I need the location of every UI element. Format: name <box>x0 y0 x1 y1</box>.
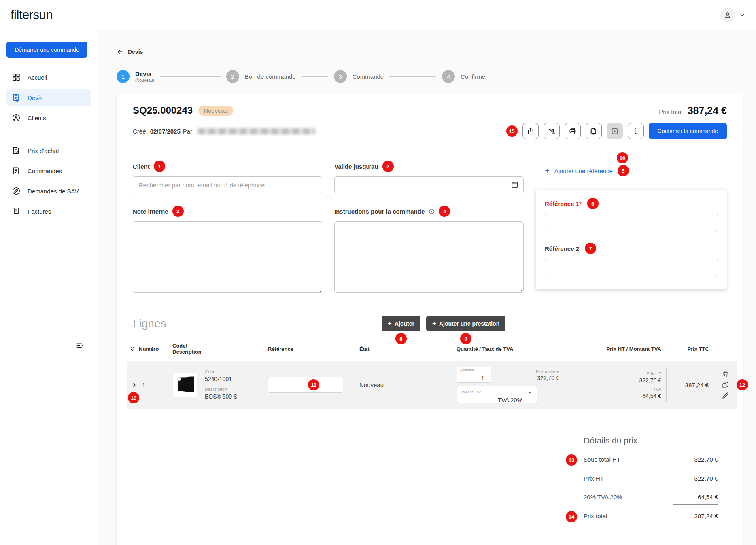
send-email-button[interactable] <box>544 123 560 139</box>
col-prix-ttc: Prix TTC <box>666 346 713 352</box>
annotation-badge-3: 3 <box>172 206 184 217</box>
col-qty-tva: Quantité / Taux de TVA <box>457 346 565 352</box>
info-icon <box>429 208 435 214</box>
sidebar-item-accueil[interactable]: Accueil <box>6 68 91 86</box>
sidebar-item-label: Factures <box>28 208 51 215</box>
trash-icon <box>722 371 729 378</box>
description-label: Description <box>205 387 237 392</box>
step-number: 1 <box>117 70 130 83</box>
vat-rate-label: Taux de TVA <box>461 390 482 394</box>
main-content: Devis 1 Devis (Nouveau) 2 Bon de command… <box>98 30 756 545</box>
purchase-price-icon <box>11 146 21 155</box>
confirm-order-button[interactable]: Confirmer la commande <box>649 123 727 139</box>
created-line: Créé: 02/07/2025 Par: <box>133 128 315 135</box>
grid-icon <box>11 72 21 82</box>
sidebar-item-sav[interactable]: Demandes de SAV <box>6 182 91 200</box>
sidebar-item-prix-achat[interactable]: Prix d'achat <box>6 142 91 159</box>
sidebar-item-clients[interactable]: Clients <box>6 109 91 127</box>
back-arrow-icon <box>117 48 124 55</box>
vat-amount-value: 64,54 € <box>565 393 661 399</box>
price-row-label: Prix total <box>584 513 607 520</box>
step-connector <box>160 76 221 77</box>
client-label: Client <box>133 163 150 170</box>
quote-euro-icon <box>11 93 21 102</box>
sidebar-item-label: Demandes de SAV <box>28 188 79 195</box>
price-ht-label: Prix HT <box>565 371 661 377</box>
sidebar-collapse-icon[interactable] <box>76 341 85 350</box>
line-row: 1 10 Code <box>127 361 737 409</box>
annotation-badge-6: 6 <box>587 198 599 209</box>
step-label: Bon de commande <box>245 73 296 80</box>
quote-card: SQ25.000243 Nouveau Prix total 387,24 € … <box>117 93 743 545</box>
duplicate-button[interactable] <box>586 123 602 139</box>
client-search-input[interactable] <box>133 176 322 193</box>
vertical-dots-icon <box>632 127 640 135</box>
clients-icon <box>11 113 21 123</box>
step-connector <box>389 76 436 77</box>
order-instructions-textarea[interactable] <box>334 221 524 293</box>
collapse-all-icon[interactable] <box>130 346 136 352</box>
row-expand-chevron-icon[interactable] <box>131 382 137 388</box>
start-order-button[interactable]: Démarrer une commande <box>6 42 87 58</box>
references-panel: Référence 1* 6 Référence 2 7 <box>536 190 727 289</box>
add-service-button[interactable]: + Ajouter une prestation 9 <box>426 316 505 331</box>
quantity-value: 1 <box>460 374 488 381</box>
more-actions-button[interactable] <box>628 123 644 139</box>
delete-line-button[interactable] <box>722 371 729 378</box>
created-date: 02/07/2025 <box>150 128 181 135</box>
add-service-label: Ajouter une prestation <box>439 320 499 327</box>
print-button[interactable] <box>565 123 581 139</box>
edit-line-button[interactable] <box>722 392 729 399</box>
price-row-total: 14 Prix total 387,24 € <box>584 513 718 523</box>
step-bon-de-commande: 2 Bon de commande <box>226 70 296 83</box>
sidebar-item-label: Accueil <box>28 74 47 81</box>
annotation-badge-8: 8 <box>395 333 407 344</box>
user-avatar[interactable] <box>720 8 735 22</box>
calendar-icon[interactable] <box>511 180 519 189</box>
copy-icon <box>722 381 729 389</box>
sidebar-item-commandes[interactable]: Commandes <box>6 162 91 180</box>
vat-rate-select[interactable]: Taux de TVA TVA 20% <box>457 386 537 403</box>
copy-icon <box>590 127 598 135</box>
price-ttc-value: 387,24 € <box>666 368 713 402</box>
lines-table-header: Numéro Code/ Description Référence État … <box>127 337 737 361</box>
step-number: 3 <box>334 70 347 83</box>
sidebar-item-label: Clients <box>28 115 46 121</box>
header-divider <box>117 151 743 151</box>
valid-until-input[interactable] <box>334 176 524 193</box>
step-label: Confirmé <box>461 73 485 80</box>
annotation-badge-11: 11 <box>308 379 319 390</box>
product-thumbnail <box>173 373 197 397</box>
plus-icon: + <box>545 167 550 175</box>
sidebar-item-factures[interactable]: Factures <box>6 202 91 220</box>
share-button[interactable] <box>522 123 539 139</box>
add-reference-link[interactable]: + Ajouter une référence <box>545 167 613 175</box>
printer-icon <box>569 127 577 135</box>
price-row-label: Sous total HT <box>584 456 620 463</box>
add-line-button[interactable]: + Ajouter 8 <box>382 316 420 331</box>
sidebar-item-devis[interactable]: Devis <box>6 89 91 106</box>
lines-table: Numéro Code/ Description Référence État … <box>127 337 737 409</box>
reference1-input[interactable] <box>545 214 718 232</box>
sidebar-divider <box>6 134 91 134</box>
duplicate-line-button[interactable] <box>722 381 729 389</box>
chevron-down-icon[interactable] <box>739 12 745 18</box>
col-prix-ht: Prix HT / Montant TVA <box>565 346 666 352</box>
quantity-stepper[interactable]: Quantité 1 <box>457 367 491 383</box>
price-row-ht: Prix HT 322,70 € <box>584 475 718 486</box>
step-devis: 1 Devis (Nouveau) <box>117 70 154 83</box>
created-by-label: Par: <box>183 128 194 135</box>
annotation-badge-4: 4 <box>439 206 450 217</box>
archive-button[interactable] <box>607 123 623 139</box>
redacted-author <box>198 128 315 134</box>
breadcrumb-back[interactable]: Devis <box>117 48 143 55</box>
internal-note-textarea[interactable] <box>133 221 322 293</box>
person-icon <box>724 11 732 19</box>
breadcrumb-label: Devis <box>128 49 143 55</box>
price-row-value: 387,24 € <box>673 513 718 523</box>
line-reference-input[interactable] <box>268 377 343 393</box>
plus-icon: + <box>432 320 436 328</box>
reference1-label: Référence 1* <box>545 200 582 207</box>
reference2-input[interactable] <box>545 259 718 277</box>
quantity-label: Quantité <box>460 368 488 372</box>
